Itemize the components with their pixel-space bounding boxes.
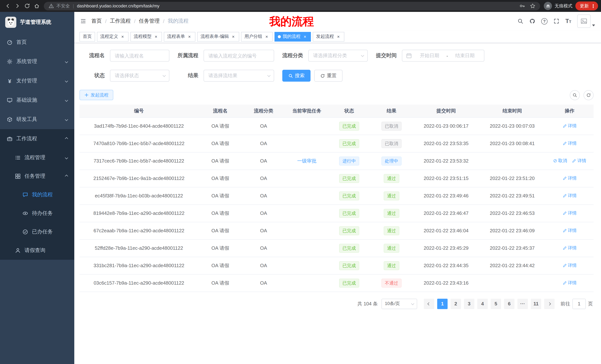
page-button-3[interactable]: 3 bbox=[464, 298, 474, 309]
tab-home[interactable]: 首页 bbox=[80, 32, 95, 41]
sidebar-item-infrastructure[interactable]: 基础设施 bbox=[0, 91, 74, 110]
category-select[interactable]: 请选择流程分类 bbox=[308, 50, 368, 62]
page-ellipsis[interactable]: ··· bbox=[517, 298, 528, 309]
password-key-icon[interactable] bbox=[519, 3, 525, 9]
cancel-link[interactable]: 取消 bbox=[553, 158, 567, 164]
refresh-icon bbox=[586, 93, 591, 97]
app-logo[interactable]: 芋道管理系统 bbox=[0, 12, 74, 33]
breadcrumb-separator: / bbox=[163, 18, 165, 24]
font-size-button[interactable]: TT bbox=[565, 18, 571, 24]
page-button-2[interactable]: 2 bbox=[451, 298, 461, 309]
tab-user-group[interactable]: 用户分组× bbox=[241, 32, 273, 41]
tab-close-icon[interactable]: × bbox=[120, 34, 125, 39]
breadcrumb-item[interactable]: 工作流程 bbox=[110, 18, 131, 25]
sidebar-item-done-tasks[interactable]: 已办任务 bbox=[0, 223, 74, 241]
goto-page-input[interactable] bbox=[572, 298, 586, 309]
page-button-1[interactable]: 1 bbox=[437, 298, 448, 309]
header-search-button[interactable] bbox=[517, 18, 523, 24]
incognito-label: 无痕模式 bbox=[555, 3, 572, 9]
sidebar-item-label: 研发工具 bbox=[16, 116, 37, 123]
tab-close-icon[interactable]: × bbox=[264, 34, 269, 39]
sidebar-item-my-processes[interactable]: 我的流程 bbox=[0, 185, 74, 204]
tab-process-form[interactable]: 流程表单× bbox=[164, 32, 195, 41]
cell-end-time: 2022-01-22 23:44:42 bbox=[479, 257, 546, 274]
sidebar-item-leave-query[interactable]: 请假查询 bbox=[0, 241, 74, 260]
bookmark-star-icon[interactable] bbox=[530, 3, 536, 9]
parent-process-input[interactable] bbox=[204, 50, 274, 62]
next-page-button[interactable] bbox=[544, 298, 555, 309]
browser-menu-icon[interactable]: ⋮ bbox=[591, 3, 596, 9]
tab-close-icon[interactable]: × bbox=[231, 34, 236, 39]
tab-close-icon[interactable]: × bbox=[302, 34, 308, 39]
page-size-select[interactable]: 10条/页 bbox=[381, 298, 417, 309]
page-button-11[interactable]: 11 bbox=[531, 298, 541, 309]
tab-close-icon[interactable]: × bbox=[336, 34, 341, 39]
browser-back-button[interactable] bbox=[3, 1, 13, 11]
help-button[interactable]: ? bbox=[541, 18, 548, 24]
sidebar-item-devtools[interactable]: 研发工具 bbox=[0, 110, 74, 129]
address-bar[interactable]: 不安全 | dashboard.yudao.iocoder.cn/bpm/tas… bbox=[44, 2, 540, 10]
detail-link[interactable]: 详情 bbox=[562, 280, 577, 286]
fullscreen-button[interactable] bbox=[553, 18, 559, 24]
chevron-down-icon bbox=[65, 156, 68, 159]
sidebar-item-home[interactable]: 首页 bbox=[0, 33, 74, 52]
detail-link[interactable]: 详情 bbox=[562, 192, 577, 199]
result-select[interactable]: 请选择流结果 bbox=[204, 70, 274, 82]
tab-close-icon[interactable]: × bbox=[153, 34, 159, 39]
detail-link[interactable]: 详情 bbox=[562, 210, 577, 216]
cell-name: OA 请假 bbox=[198, 222, 242, 239]
cell-submit-time: 2022-01-22 23:44:35 bbox=[413, 257, 479, 274]
tab-process-definition[interactable]: 流程定义× bbox=[97, 32, 129, 41]
status-select[interactable]: 请选择状态 bbox=[110, 70, 169, 82]
page-button-5[interactable]: 5 bbox=[491, 298, 501, 309]
sidebar-item-system[interactable]: 系统管理 bbox=[0, 52, 74, 71]
tab-close-icon[interactable]: × bbox=[187, 34, 192, 39]
sidebar-item-payment[interactable]: ¥ 支付管理 bbox=[0, 71, 74, 91]
detail-link[interactable]: 详情 bbox=[562, 228, 577, 234]
tab-process-form-edit[interactable]: 流程表单-编辑× bbox=[197, 32, 239, 41]
result-badge: 不通过 bbox=[381, 278, 401, 287]
sidebar-item-workflow[interactable]: 工作流程 bbox=[0, 129, 74, 148]
page-button-6[interactable]: 6 bbox=[504, 298, 514, 309]
detail-link[interactable]: 详情 bbox=[562, 140, 577, 147]
chevron-down-icon bbox=[361, 54, 364, 57]
current-task-link[interactable]: 一级审批 bbox=[297, 158, 316, 163]
sidebar-item-task-management[interactable]: 任务管理 bbox=[0, 167, 74, 185]
prev-page-button[interactable] bbox=[424, 298, 434, 309]
sidebar-item-process-management[interactable]: 流程管理 bbox=[0, 148, 74, 167]
browser-forward-button[interactable] bbox=[13, 1, 22, 11]
header-actions: ? TT bbox=[517, 14, 595, 28]
tab-process-model[interactable]: 流程模型× bbox=[130, 32, 162, 41]
table-row: 3ad174fb-7b9d-11ec-8404-acde48001122 OA … bbox=[80, 117, 594, 135]
sidebar-item-label: 已办任务 bbox=[32, 229, 53, 235]
reset-button[interactable]: 重置 bbox=[314, 70, 342, 82]
detail-link[interactable]: 详情 bbox=[572, 158, 586, 164]
sidebar-item-todo-tasks[interactable]: 待办任务 bbox=[0, 204, 74, 223]
user-menu[interactable] bbox=[577, 14, 595, 28]
sidebar-collapse-button[interactable] bbox=[80, 18, 86, 24]
breadcrumb-item[interactable]: 任务管理 bbox=[139, 18, 160, 25]
refresh-table-button[interactable] bbox=[583, 90, 594, 100]
detail-link[interactable]: 详情 bbox=[562, 175, 577, 182]
browser-update-button[interactable]: 更新 ⋮ bbox=[575, 1, 598, 10]
detail-link[interactable]: 详情 bbox=[562, 245, 577, 251]
browser-home-button[interactable] bbox=[32, 1, 42, 11]
process-name-input[interactable] bbox=[110, 50, 169, 62]
start-process-button[interactable]: 发起流程 bbox=[80, 90, 113, 100]
detail-link[interactable]: 详情 bbox=[562, 123, 577, 129]
browser-reload-button[interactable] bbox=[22, 1, 32, 11]
status-label: 状态 bbox=[84, 72, 105, 79]
tab-start-process[interactable]: 发起流程× bbox=[313, 32, 344, 41]
search-button[interactable]: 搜索 bbox=[282, 70, 311, 82]
table-row: 7317cec6-7b9b-11ec-b5b7-acde48001122 OA … bbox=[80, 152, 594, 170]
tab-my-processes[interactable]: 我的流程× bbox=[274, 32, 311, 41]
page-button-4[interactable]: 4 bbox=[477, 298, 488, 309]
github-link[interactable] bbox=[529, 18, 535, 24]
result-label: 结果 bbox=[178, 72, 198, 79]
detail-link[interactable]: 详情 bbox=[562, 262, 577, 269]
grid-icon bbox=[15, 173, 21, 179]
breadcrumb-item[interactable]: 首页 bbox=[91, 18, 102, 25]
breadcrumb-item-current: 我的流程 bbox=[168, 18, 189, 25]
submit-time-range-picker[interactable]: 开始日期 - 结束日期 bbox=[402, 50, 484, 62]
toggle-search-button[interactable] bbox=[570, 90, 580, 100]
